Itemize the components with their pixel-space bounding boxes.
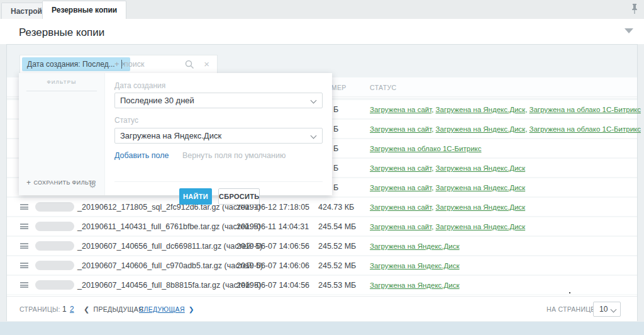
table-row: _20190607_140456_full_8b8815fa.tar.gz (ч… xyxy=(7,276,637,294)
row-menu-icon[interactable] xyxy=(20,263,28,268)
status-link[interactable]: Загружена на сайт xyxy=(370,164,431,172)
save-filter-button[interactable]: +СОХРАНИТЬ ФИЛЬТР xyxy=(26,178,96,187)
filter-panel: ФИЛЬТРЫ +СОХРАНИТЬ ФИЛЬТР ⚙ Дата создани… xyxy=(19,73,332,195)
backup-statuses: Загружена на сайт, Загружена на Яндекс.Д… xyxy=(370,164,525,173)
status-link[interactable]: Загружена на Яндекс.Диск xyxy=(370,242,460,250)
filter-chip-label: Дата создания: Послед... xyxy=(27,60,115,69)
divider xyxy=(114,181,323,182)
page-number-link[interactable]: 2 xyxy=(70,305,74,314)
filter-chip-date-created[interactable]: Дата создания: Послед... × xyxy=(22,57,130,71)
status-link[interactable]: Загружена на сайт xyxy=(370,203,431,211)
reset-fields-link[interactable]: Вернуть поля по умолчанию xyxy=(182,151,286,160)
status-link[interactable]: Загружена на Яндекс.Диск xyxy=(436,203,526,211)
pagination-bar: СТРАНИЦЫ: 1 2 ❮ПРЕДЫДУЩАЯ СЛЕДУЮЩАЯ❯ НА … xyxy=(7,296,637,321)
filter-presets-sidebar: ФИЛЬТРЫ +СОХРАНИТЬ ФИЛЬТР ⚙ xyxy=(19,73,105,195)
status-link[interactable]: Загружена на Яндекс.Диск xyxy=(370,281,460,289)
filter-search-input[interactable]: Дата создания: Послед... × + поиск × xyxy=(19,55,218,74)
divider xyxy=(26,91,97,91)
row-menu-icon[interactable] xyxy=(20,204,28,210)
redacted-site-name xyxy=(35,261,74,270)
table-row: _20190611_140431_full_6761bfbe.tar.gz (ч… xyxy=(7,217,637,236)
search-icon[interactable] xyxy=(185,60,194,72)
status-link[interactable]: Загружена на Яндекс.Диск xyxy=(436,164,526,172)
status-link[interactable]: Загружена на Яндекс.Диск xyxy=(436,184,526,191)
backup-size: 245.52 МБ xyxy=(318,242,356,251)
backup-statuses: Загружена на Яндекс.Диск xyxy=(370,281,460,290)
backup-date: 2019-06-07 14:06:06 xyxy=(236,261,309,270)
backup-date: 2019-06-11 14:04:31 xyxy=(236,222,309,231)
redacted-site-name xyxy=(35,202,74,212)
backup-statuses: Загружена на облако 1С-Битрикс xyxy=(370,144,481,153)
field-label-status: Статус xyxy=(114,116,323,125)
backup-statuses: Загружена на сайт, Загружена на Яндекс.Д… xyxy=(370,105,641,114)
bottom-strip xyxy=(0,322,644,335)
backup-file-name: _20190607_140606_full_c970adb5.tar.gz (ч… xyxy=(77,261,263,270)
redacted-site-name xyxy=(35,222,74,231)
filter-field-links: Добавить поле Вернуть поля по умолчанию xyxy=(114,151,323,160)
backup-file-name: _20190607_140456_full_8b8815fa.tar.gz (ч… xyxy=(77,281,261,290)
find-button[interactable]: НАЙТИ xyxy=(179,188,212,205)
filters-sidebar-title: ФИЛЬТРЫ xyxy=(19,79,104,85)
row-menu-icon[interactable] xyxy=(20,282,28,288)
gear-icon[interactable]: ⚙ xyxy=(89,181,96,189)
status-link[interactable]: Загружена на облако 1С-Битрикс xyxy=(370,145,481,152)
pages-label: СТРАНИЦЫ: xyxy=(19,305,60,313)
page-number-current: 1 xyxy=(62,305,67,314)
screen-artifact-dot xyxy=(569,292,570,293)
backup-size: 245.52 МБ xyxy=(318,261,356,270)
per-page-select[interactable]: 10 xyxy=(593,302,621,317)
chevron-down-icon xyxy=(311,98,317,104)
next-page-button[interactable]: СЛЕДУЮЩАЯ❯ xyxy=(139,305,194,313)
plus-icon: + xyxy=(26,178,31,187)
chevron-left-icon: ❮ xyxy=(84,305,90,313)
filter-form: Дата создания Последние 30 дней Статус З… xyxy=(114,73,323,148)
row-menu-icon[interactable] xyxy=(20,224,28,229)
backup-file-name: _20190611_140431_full_6761bfbe.tar.gz (ч… xyxy=(77,222,260,231)
backup-statuses: Загружена на Яндекс.Диск xyxy=(370,242,460,251)
status-link[interactable]: Загружена на сайт xyxy=(370,223,431,230)
chevron-right-icon: ❯ xyxy=(189,305,194,313)
table-row: _20190607_140656_full_dc669811.tar.gz (ч… xyxy=(7,237,637,255)
pin-icon[interactable] xyxy=(630,4,639,14)
search-placeholder: поиск xyxy=(124,60,144,69)
backup-size: 424.73 КБ xyxy=(318,203,354,212)
row-menu-icon[interactable] xyxy=(20,243,28,249)
page-menu-caret-icon[interactable] xyxy=(625,28,633,33)
tab-backups[interactable]: Резервные копии xyxy=(42,1,126,19)
status-link[interactable]: Загружена на Яндекс.Диск xyxy=(436,223,526,230)
backup-date: 2019-06-07 14:06:56 xyxy=(236,242,309,251)
backup-statuses: Загружена на Яндекс.Диск xyxy=(370,261,460,270)
column-header-status[interactable]: СТАТУС xyxy=(370,84,397,91)
status-link[interactable]: Загружена на сайт xyxy=(370,184,431,191)
table-row: _20190607_140606_full_c970adb5.tar.gz (ч… xyxy=(7,256,637,275)
search-clear-icon[interactable]: × xyxy=(204,59,209,69)
backup-statuses: Загружена на сайт, Загружена на Яндекс.Д… xyxy=(370,222,525,231)
backup-statuses: Загружена на сайт, Загружена на Яндекс.Д… xyxy=(370,125,641,133)
add-filter-plus-icon[interactable]: + xyxy=(114,59,119,69)
status-link[interactable]: Загружена на Яндекс.Диск xyxy=(436,125,526,133)
status-link[interactable]: Загружена на облако 1С-Битрикс xyxy=(530,106,641,113)
chevron-down-icon xyxy=(611,307,617,313)
status-link[interactable]: Загружена на Яндекс.Диск xyxy=(370,262,460,270)
status-link[interactable]: Загружена на облако 1С-Битрикс xyxy=(530,125,641,133)
prev-page-button[interactable]: ❮ПРЕДЫДУЩАЯ xyxy=(84,305,143,314)
text-caret xyxy=(121,60,122,69)
title-band: Резервные копии xyxy=(0,19,644,44)
page-title: Резервные копии xyxy=(19,26,104,39)
date-created-select[interactable]: Последние 30 дней xyxy=(114,93,323,108)
per-page-label: НА СТРАНИЦЕ: xyxy=(547,305,597,313)
backup-size: 245.53 МБ xyxy=(318,281,356,290)
filter-buttons: НАЙТИ СБРОСИТЬ xyxy=(114,188,323,205)
field-label-date-created: Дата создания xyxy=(114,81,323,90)
backup-size: 245.54 МБ xyxy=(318,222,356,231)
status-select[interactable]: Загружена на Яндекс.Диск xyxy=(114,128,323,144)
status-link[interactable]: Загружена на Яндекс.Диск xyxy=(436,106,526,113)
redacted-site-name xyxy=(35,241,74,251)
status-link[interactable]: Загружена на сайт xyxy=(370,106,431,113)
status-link[interactable]: Загружена на сайт xyxy=(370,125,431,133)
backup-statuses: Загружена на сайт, Загружена на Яндекс.Д… xyxy=(370,203,525,212)
add-field-link[interactable]: Добавить поле xyxy=(114,151,169,160)
backup-file-name: _20190607_140656_full_dc669811.tar.gz (ч… xyxy=(77,242,262,251)
reset-button[interactable]: СБРОСИТЬ xyxy=(218,188,260,205)
backup-statuses: Загружена на сайт, Загружена на Яндекс.Д… xyxy=(370,183,525,192)
